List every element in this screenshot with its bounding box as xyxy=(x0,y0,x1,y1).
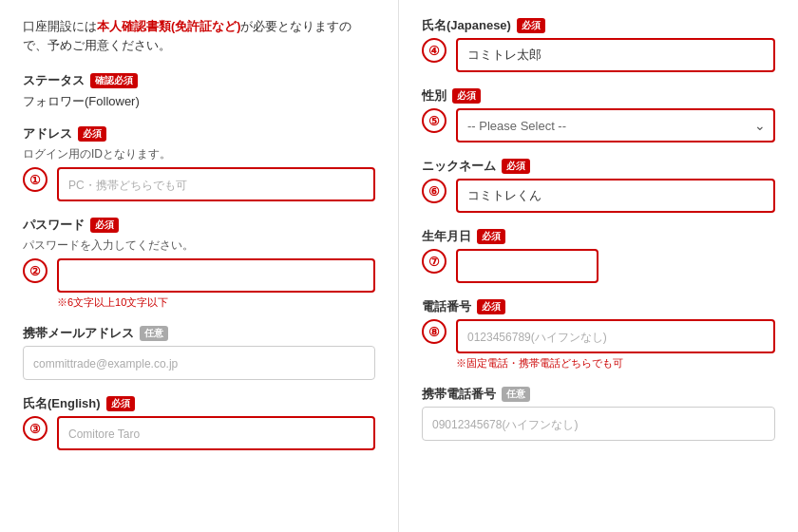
address-group: アドレス 必須 ログイン用のIDとなります。 ① xyxy=(23,125,375,201)
name-jp-required-badge: 必須 xyxy=(517,18,545,33)
name-jp-field-content xyxy=(456,38,775,72)
mobile-phone-optional-badge: 任意 xyxy=(502,387,530,402)
address-sub: ログイン用のIDとなります。 xyxy=(23,146,375,162)
status-group: ステータス 確認必須 フォロワー(Follower) xyxy=(23,72,375,110)
name-jp-field-row: ④ xyxy=(422,38,775,72)
mobile-phone-label: 携帯電話番号 任意 xyxy=(422,386,775,403)
nickname-input[interactable] xyxy=(456,179,775,213)
address-label: アドレス 必須 xyxy=(23,125,375,142)
status-label: ステータス 確認必須 xyxy=(23,72,375,89)
password-label: パスワード 必須 xyxy=(23,217,375,234)
address-input[interactable] xyxy=(57,167,375,201)
gender-label: 性別 必須 xyxy=(422,87,775,104)
mobile-email-input[interactable] xyxy=(23,346,375,380)
password-field-content: ※6文字以上10文字以下 xyxy=(57,258,375,310)
birthday-label: 生年月日 必須 xyxy=(422,228,775,245)
nickname-label: ニックネーム 必須 xyxy=(422,158,775,175)
birthday-field-row: ⑦ xyxy=(422,249,775,283)
phone-field-content: ※固定電話・携帯電話どちらでも可 xyxy=(456,319,775,370)
circle-6: ⑥ xyxy=(422,179,446,203)
address-field-row: ① xyxy=(23,167,375,201)
gender-group: 性別 必須 ⑤ -- Please Select -- 男性 女性 ⌄ xyxy=(422,87,775,142)
name-en-input[interactable] xyxy=(57,416,375,450)
name-jp-group: 氏名(Japanese) 必須 ④ xyxy=(422,17,775,72)
gender-select[interactable]: -- Please Select -- 男性 女性 xyxy=(456,108,775,142)
circle-4: ④ xyxy=(422,38,446,63)
name-jp-label: 氏名(Japanese) 必須 xyxy=(422,17,775,34)
birthday-required-badge: 必須 xyxy=(477,229,505,244)
gender-required-badge: 必須 xyxy=(452,88,481,104)
name-en-label: 氏名(English) 必須 xyxy=(23,395,375,412)
birthday-field-content xyxy=(456,249,775,283)
name-jp-input[interactable] xyxy=(456,38,775,72)
phone-group: 電話番号 必須 ⑧ ※固定電話・携帯電話どちらでも可 xyxy=(422,298,775,370)
gender-field-row: ⑤ -- Please Select -- 男性 女性 ⌄ xyxy=(422,108,775,142)
left-panel: 口座開設には本人確認書類(免許証など)が必要となりますので、予めご用意ください。… xyxy=(0,0,399,532)
phone-required-badge: 必須 xyxy=(477,299,505,314)
circle-5: ⑤ xyxy=(422,108,446,133)
phone-input[interactable] xyxy=(456,319,775,353)
address-field-content xyxy=(57,167,375,201)
mobile-email-optional-badge: 任意 xyxy=(140,326,168,341)
intro-text: 口座開設には本人確認書類(免許証など)が必要となりますので、予めご用意ください。 xyxy=(23,17,375,55)
phone-field-row: ⑧ ※固定電話・携帯電話どちらでも可 xyxy=(422,319,775,370)
circle-8: ⑧ xyxy=(422,319,446,344)
nickname-required-badge: 必須 xyxy=(502,159,530,174)
phone-label: 電話番号 必須 xyxy=(422,298,775,315)
nickname-field-content xyxy=(456,179,775,213)
mobile-email-group: 携帯メールアドレス 任意 xyxy=(23,325,375,380)
birthday-input[interactable] xyxy=(456,249,598,283)
circle-1: ① xyxy=(23,167,48,192)
password-sub: パスワードを入力してください。 xyxy=(23,238,375,254)
password-hint: ※6文字以上10文字以下 xyxy=(57,295,375,310)
password-input[interactable] xyxy=(57,258,375,293)
status-value: フォロワー(Follower) xyxy=(23,93,375,110)
name-en-field-row: ③ xyxy=(23,416,375,450)
mobile-email-label: 携帯メールアドレス 任意 xyxy=(23,325,375,342)
name-en-required-badge: 必須 xyxy=(106,396,135,411)
nickname-field-row: ⑥ xyxy=(422,179,775,213)
gender-field-content: -- Please Select -- 男性 女性 ⌄ xyxy=(456,108,775,142)
password-field-row: ② ※6文字以上10文字以下 xyxy=(23,258,375,310)
name-en-field-content xyxy=(57,416,375,450)
circle-3: ③ xyxy=(23,416,48,441)
password-required-badge: 必須 xyxy=(90,218,119,233)
birthday-group: 生年月日 必須 ⑦ xyxy=(422,228,775,283)
gender-select-wrapper: -- Please Select -- 男性 女性 ⌄ xyxy=(456,108,775,142)
right-panel: 氏名(Japanese) 必須 ④ 性別 必須 ⑤ -- Please Sele… xyxy=(399,0,798,532)
address-required-badge: 必須 xyxy=(78,126,106,142)
name-en-group: 氏名(English) 必須 ③ xyxy=(23,395,375,450)
mobile-phone-group: 携帯電話番号 任意 xyxy=(422,386,775,441)
phone-hint: ※固定電話・携帯電話どちらでも可 xyxy=(456,356,775,370)
password-group: パスワード 必須 パスワードを入力してください。 ② ※6文字以上10文字以下 xyxy=(23,217,375,310)
circle-2: ② xyxy=(23,258,48,283)
nickname-group: ニックネーム 必須 ⑥ xyxy=(422,158,775,213)
mobile-phone-input[interactable] xyxy=(422,407,775,441)
circle-7: ⑦ xyxy=(422,249,446,274)
status-badge: 確認必須 xyxy=(90,73,138,88)
